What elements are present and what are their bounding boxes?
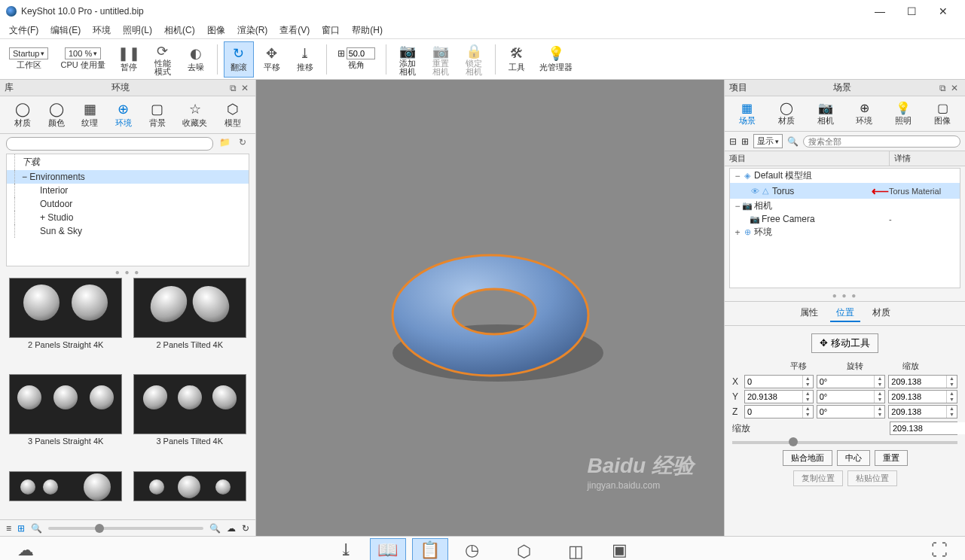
keyvr-button[interactable]: ◫KeyVR xyxy=(557,540,595,561)
menu-file[interactable]: 文件(F) xyxy=(3,23,44,38)
env-thumb[interactable]: 3 Panels Tilted 4K xyxy=(130,374,250,466)
close-icon[interactable]: ✕ xyxy=(948,83,960,93)
animation-button[interactable]: ◷动画 xyxy=(454,539,490,560)
tree-environments[interactable]: − Environments xyxy=(7,170,249,184)
spinner[interactable]: ▲▼ xyxy=(802,391,813,403)
menu-image[interactable]: 图像 xyxy=(201,23,231,38)
close-button[interactable]: ✕ xyxy=(927,1,959,22)
spinner[interactable]: ▲▼ xyxy=(874,391,884,403)
dolly-button[interactable]: ⤓ 推移 xyxy=(290,41,320,78)
lock-camera-button[interactable]: 🔒 锁定 相机 xyxy=(459,41,489,78)
render-button[interactable]: ▣渲染 xyxy=(601,539,637,560)
minimize-button[interactable]: — xyxy=(864,1,896,22)
menu-window[interactable]: 窗口 xyxy=(316,23,346,38)
library-button[interactable]: 📖库 xyxy=(370,538,406,560)
cpu-combo[interactable]: 100 % xyxy=(65,47,101,59)
uniform-scale-input[interactable] xyxy=(890,422,965,434)
tab-image[interactable]: ▢图像 xyxy=(931,99,954,128)
scale-x-input[interactable] xyxy=(889,376,946,388)
menu-camera[interactable]: 相机(C) xyxy=(158,23,201,38)
rotate-x-input[interactable] xyxy=(817,376,875,388)
menu-edit[interactable]: 编辑(E) xyxy=(44,23,87,38)
import-button[interactable]: ⤓导入 xyxy=(328,539,364,560)
viewport[interactable]: Baidu 经验 jingyan.baidu.com xyxy=(256,80,724,536)
menu-render[interactable]: 渲染(R) xyxy=(231,23,274,38)
reload-icon[interactable]: ↻ xyxy=(242,523,249,534)
eye-icon[interactable]: 👁 xyxy=(750,187,760,196)
tab-textures[interactable]: ▦纹理 xyxy=(77,99,102,130)
fov-input[interactable] xyxy=(347,47,375,59)
spinner[interactable]: ▲▼ xyxy=(802,376,813,388)
tree-downloads[interactable]: 下载 xyxy=(7,154,249,170)
undock-icon[interactable]: ⧉ xyxy=(936,83,948,93)
spinner[interactable]: ▲▼ xyxy=(802,406,813,418)
splitter-handle[interactable]: ● ● ● xyxy=(0,266,255,278)
env-thumb[interactable]: 2 Panels Straight 4K xyxy=(6,278,126,370)
display-combo[interactable]: 显示 xyxy=(753,134,783,148)
splitter-handle[interactable]: ● ● ● xyxy=(725,290,965,301)
scene-tree[interactable]: −◈Default 模型组 👁△Torus⟵Torus Material −📷相… xyxy=(729,168,960,288)
tumble-button[interactable]: ↻ 翻滚 xyxy=(224,41,254,78)
tab-colors[interactable]: ◯颜色 xyxy=(44,99,69,130)
scene-search-input[interactable] xyxy=(803,135,960,148)
scene-row-cameras[interactable]: −📷相机 xyxy=(730,199,960,213)
scene-row-freecam[interactable]: 📷Free Camera- xyxy=(730,213,960,225)
tools-button[interactable]: 🛠 工具 xyxy=(502,41,532,78)
scale-z-input[interactable] xyxy=(889,406,946,418)
keyshotxr-button[interactable]: ⬡KeyShotXR xyxy=(496,540,551,561)
scale-slider[interactable] xyxy=(732,441,957,444)
translate-x-input[interactable] xyxy=(745,376,802,388)
spinner[interactable]: ▲▼ xyxy=(946,406,957,418)
close-icon[interactable]: ✕ xyxy=(239,83,251,93)
tab-materials[interactable]: ◯材质 xyxy=(10,99,35,130)
tree-studio[interactable]: + Studio xyxy=(7,211,249,224)
light-manager-button[interactable]: 💡 光管理器 xyxy=(535,41,577,78)
translate-z-input[interactable] xyxy=(745,406,802,418)
prop-tab-material[interactable]: 材质 xyxy=(866,305,896,322)
add-camera-button[interactable]: 📷 添加 相机 xyxy=(392,41,423,78)
scene-row-env[interactable]: +⊕环境 xyxy=(730,225,960,239)
menu-help[interactable]: 帮助(H) xyxy=(346,23,389,38)
menu-env[interactable]: 环境 xyxy=(87,23,117,38)
snap-ground-button[interactable]: 贴合地面 xyxy=(783,450,832,466)
translate-y-input[interactable] xyxy=(745,391,802,403)
menu-lighting[interactable]: 照明(L) xyxy=(117,23,158,38)
prop-tab-position[interactable]: 位置 xyxy=(830,305,860,322)
tab-models[interactable]: ⬡模型 xyxy=(220,99,246,130)
refresh-icon[interactable]: ↻ xyxy=(236,137,249,151)
thumb-size-slider[interactable] xyxy=(48,527,203,530)
workspace-combo[interactable]: Startup xyxy=(9,47,48,59)
tree-interior[interactable]: Interior xyxy=(7,184,249,197)
tab-lighting[interactable]: 💡照明 xyxy=(892,99,915,128)
tab-scene[interactable]: ▦场景 xyxy=(736,99,759,128)
pause-button[interactable]: ❚❚ 暂停 xyxy=(113,41,145,78)
spinner[interactable]: ▲▼ xyxy=(874,406,884,418)
env-thumb[interactable] xyxy=(6,471,126,519)
grid-view-icon[interactable]: ⊞ xyxy=(17,523,25,534)
move-tool-button[interactable]: ✥ 移动工具 xyxy=(811,333,878,353)
collapse-icon[interactable]: ⊟ xyxy=(729,136,737,147)
denoise-button[interactable]: ◐ 去噪 xyxy=(181,41,211,78)
scene-row-modelset[interactable]: −◈Default 模型组 xyxy=(730,169,960,183)
tab-favorites[interactable]: ☆收藏夹 xyxy=(178,99,212,130)
undock-icon[interactable]: ⧉ xyxy=(227,83,239,93)
rotate-y-input[interactable] xyxy=(817,391,875,403)
perf-mode-button[interactable]: ⟳ 性能 模式 xyxy=(148,41,178,78)
reset-button[interactable]: 重置 xyxy=(875,450,908,466)
reset-camera-button[interactable]: 📷 重置 相机 xyxy=(426,41,456,78)
library-tree[interactable]: 下载 − Environments Interior Outdoor + Stu… xyxy=(6,154,249,266)
list-view-icon[interactable]: ≡ xyxy=(6,523,11,534)
tree-outdoor[interactable]: Outdoor xyxy=(7,197,249,211)
torus-model[interactable] xyxy=(347,210,634,406)
spinner[interactable]: ▲▼ xyxy=(946,376,957,388)
center-button[interactable]: 中心 xyxy=(837,450,870,466)
env-thumb[interactable] xyxy=(130,471,250,519)
env-thumb[interactable]: 2 Panels Tilted 4K xyxy=(130,278,250,370)
tree-sunsky[interactable]: Sun & Sky xyxy=(7,224,249,238)
copy-pos-button[interactable]: 复制位置 xyxy=(793,470,843,486)
spinner[interactable]: ▲▼ xyxy=(874,376,884,388)
library-search-input[interactable] xyxy=(6,137,213,151)
pan-button[interactable]: ✥ 平移 xyxy=(257,41,287,78)
folder-icon[interactable]: 📁 xyxy=(218,137,231,151)
paste-pos-button[interactable]: 粘贴位置 xyxy=(847,470,897,486)
